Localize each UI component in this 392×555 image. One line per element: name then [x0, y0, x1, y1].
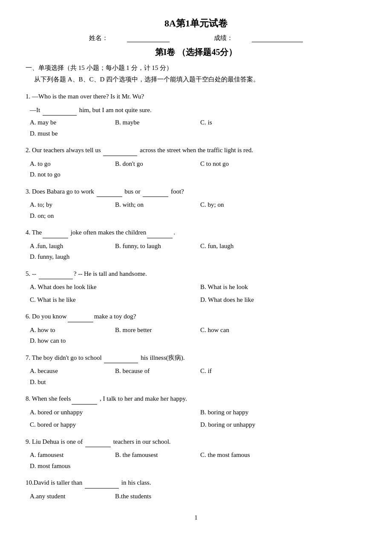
q3-options: A. to; by B. with; on C. by; on D. on; o… — [30, 199, 366, 221]
q1-sub: —It him, but I am not quite sure. — [30, 105, 366, 116]
q6-optB: B. more better — [115, 325, 192, 336]
q1-optC: C. is — [200, 117, 277, 128]
q1-options: A. may be B. maybe C. is D. must be — [30, 117, 366, 139]
q4-optD: D. funny, laugh — [30, 251, 107, 263]
q8-optD: D. boring or unhappy — [200, 419, 366, 431]
question-5: 5. -- ? -- He is tall and handsome. — [26, 269, 366, 280]
q3-optC: C. by; on — [200, 199, 277, 211]
q4-optB: B. funny, to laugh — [115, 241, 192, 252]
q10-options: A.any student B.the students — [30, 491, 366, 502]
q5-optA: A. What does he look like — [30, 282, 196, 293]
question-9: 9. Liu Dehua is one of teachers in our s… — [26, 436, 366, 448]
score-underline — [252, 35, 303, 42]
q7-optB: B. because of — [115, 366, 192, 377]
question-6: 6. Do you knowmake a toy dog? — [26, 311, 366, 322]
page-number: 1 — [26, 515, 366, 521]
question-10: 10.David is taller than in his class. — [26, 477, 366, 489]
q7-optC: C. if — [200, 366, 277, 377]
q4-optC: C. fun, laugh — [200, 241, 277, 252]
question-7: 7. The boy didn't go to school his illne… — [26, 353, 366, 364]
question-2: 2. Our teachers always tell us across th… — [26, 145, 366, 156]
q8-optB: B. boring or happy — [200, 407, 366, 418]
q9-optA: A. famousest — [30, 450, 107, 461]
q8-optA: A. bored or unhappy — [30, 407, 196, 418]
q5-optB: B. What is he look — [200, 282, 366, 293]
q1-optD: D. must be — [30, 128, 107, 139]
q2-optD: D. not to go — [30, 169, 107, 180]
question-4: 4. The joke often makes the children. — [26, 227, 366, 238]
q9-optC: C. the most famous — [200, 450, 277, 461]
score-label: 成绩： — [205, 34, 311, 42]
page-title: 8A第1单元试卷 — [26, 17, 366, 30]
q3-optD: D. on; on — [30, 211, 107, 222]
q5-optD: D. What does he like — [200, 295, 366, 306]
q1-optA: A. may be — [30, 117, 107, 128]
q6-optC: C. how can — [200, 325, 277, 336]
q10-optA: A.any student — [30, 491, 107, 502]
q2-optC: C to not go — [200, 159, 277, 170]
q1-num: 1. — [26, 93, 32, 100]
name-underline — [127, 35, 170, 42]
question-8: 8. When she feels , I talk to her and ma… — [26, 393, 366, 405]
q9-options: A. famousest B. the famousest C. the mos… — [30, 450, 366, 471]
q7-options: A. because B. because of C. if D. but — [30, 366, 366, 387]
q2-optA: A. to go — [30, 159, 107, 170]
question-3: 3. Does Babara go to work bus or foot? — [26, 186, 366, 197]
name-score-row: 姓名： 成绩： — [26, 34, 366, 42]
q5-optC: C. What is he like — [30, 295, 196, 306]
q3-optA: A. to; by — [30, 199, 107, 211]
q3-optB: B. with; on — [115, 199, 192, 211]
q7-optA: A. because — [30, 366, 107, 377]
q4-options: A .fun, laugh B. funny, to laugh C. fun,… — [30, 241, 366, 263]
q6-optA: A. how to — [30, 325, 107, 336]
q9-optD: D. most famous — [30, 461, 107, 472]
q10-optB: B.the students — [115, 491, 192, 502]
question-1: 1. —Who is the man over there? Is it Mr.… — [26, 91, 366, 102]
instruction: 从下列各题 A、B、C、D 四个选项中，选择一个能填入题干空白处的最佳答案。 — [34, 75, 366, 84]
q4-optA: A .fun, laugh — [30, 241, 107, 252]
name-label: 姓名： — [81, 34, 178, 42]
q1-optB: B. maybe — [115, 117, 192, 128]
q8-options: A. bored or unhappy B. boring or happy C… — [30, 407, 366, 431]
q9-optB: B. the famousest — [115, 450, 192, 461]
q8-optC: C. bored or happy — [30, 419, 196, 431]
q2-options: A. to go B. don't go C to not go D. not … — [30, 159, 366, 180]
part1-label: 一、单项选择（共 15 小题；每小题 1 分，计 15 分） — [26, 64, 366, 72]
section1-title: 第I卷 （选择题45分） — [26, 46, 366, 58]
q1-text: —Who is the man over there? Is it Mr. Wu… — [32, 93, 144, 100]
q6-optD: D. how can to — [30, 335, 107, 347]
q5-options: A. What does he look like B. What is he … — [30, 282, 366, 305]
q6-options: A. how to B. more better C. how can D. h… — [30, 325, 366, 347]
q7-optD: D. but — [30, 377, 107, 388]
q2-optB: B. don't go — [115, 159, 192, 170]
